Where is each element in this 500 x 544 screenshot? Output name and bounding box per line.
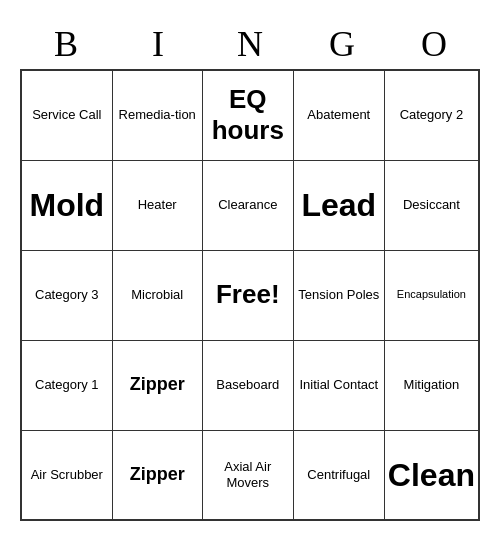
cell-2-4: Encapsulation xyxy=(384,250,479,340)
cell-4-0: Air Scrubber xyxy=(21,430,112,520)
cell-text-1-4: Desiccant xyxy=(388,197,475,213)
cell-text-2-2: Free! xyxy=(206,279,290,310)
cell-text-4-4: Clean xyxy=(388,456,475,494)
cell-2-2: Free! xyxy=(202,250,293,340)
bingo-header: BINGO xyxy=(20,23,480,65)
cell-text-3-0: Category 1 xyxy=(25,377,109,393)
header-letter-B: B xyxy=(20,23,112,65)
cell-text-4-0: Air Scrubber xyxy=(25,467,109,483)
header-letter-I: I xyxy=(112,23,204,65)
cell-3-4: Mitigation xyxy=(384,340,479,430)
cell-text-1-1: Heater xyxy=(116,197,199,213)
cell-text-4-1: Zipper xyxy=(116,464,199,486)
cell-0-2: EQ hours xyxy=(202,70,293,160)
cell-4-2: Axial Air Movers xyxy=(202,430,293,520)
grid-row-3: Category 1ZipperBaseboardInitial Contact… xyxy=(21,340,479,430)
grid-row-4: Air ScrubberZipperAxial Air MoversCentri… xyxy=(21,430,479,520)
cell-text-3-4: Mitigation xyxy=(388,377,475,393)
cell-text-1-2: Clearance xyxy=(206,197,290,213)
cell-0-3: Abatement xyxy=(293,70,384,160)
cell-text-3-3: Initial Contact xyxy=(297,377,381,393)
cell-text-2-4: Encapsulation xyxy=(388,288,475,301)
bingo-grid: Service CallRemedia-tionEQ hoursAbatemen… xyxy=(20,69,480,521)
cell-text-3-2: Baseboard xyxy=(206,377,290,393)
cell-1-0: Mold xyxy=(21,160,112,250)
cell-3-1: Zipper xyxy=(112,340,202,430)
cell-1-3: Lead xyxy=(293,160,384,250)
header-letter-G: G xyxy=(296,23,388,65)
cell-text-4-2: Axial Air Movers xyxy=(206,459,290,490)
cell-text-0-2: EQ hours xyxy=(206,84,290,146)
cell-2-1: Microbial xyxy=(112,250,202,340)
grid-row-2: Category 3MicrobialFree!Tension PolesEnc… xyxy=(21,250,479,340)
cell-text-2-0: Category 3 xyxy=(25,287,109,303)
cell-0-1: Remedia-tion xyxy=(112,70,202,160)
cell-3-3: Initial Contact xyxy=(293,340,384,430)
cell-0-4: Category 2 xyxy=(384,70,479,160)
cell-text-2-3: Tension Poles xyxy=(297,287,381,303)
bingo-card: BINGO Service CallRemedia-tionEQ hoursAb… xyxy=(20,23,480,521)
cell-text-3-1: Zipper xyxy=(116,374,199,396)
cell-4-4: Clean xyxy=(384,430,479,520)
cell-text-0-0: Service Call xyxy=(25,107,109,123)
cell-text-2-1: Microbial xyxy=(116,287,199,303)
cell-3-2: Baseboard xyxy=(202,340,293,430)
cell-text-1-0: Mold xyxy=(25,186,109,224)
cell-text-0-4: Category 2 xyxy=(388,107,475,123)
header-letter-O: O xyxy=(388,23,480,65)
cell-0-0: Service Call xyxy=(21,70,112,160)
cell-text-4-3: Centrifugal xyxy=(297,467,381,483)
cell-text-0-3: Abatement xyxy=(297,107,381,123)
cell-1-2: Clearance xyxy=(202,160,293,250)
cell-4-3: Centrifugal xyxy=(293,430,384,520)
cell-2-3: Tension Poles xyxy=(293,250,384,340)
cell-text-0-1: Remedia-tion xyxy=(116,107,199,123)
grid-row-1: MoldHeaterClearanceLeadDesiccant xyxy=(21,160,479,250)
cell-4-1: Zipper xyxy=(112,430,202,520)
grid-row-0: Service CallRemedia-tionEQ hoursAbatemen… xyxy=(21,70,479,160)
cell-3-0: Category 1 xyxy=(21,340,112,430)
cell-text-1-3: Lead xyxy=(297,186,381,224)
cell-1-4: Desiccant xyxy=(384,160,479,250)
cell-1-1: Heater xyxy=(112,160,202,250)
header-letter-N: N xyxy=(204,23,296,65)
cell-2-0: Category 3 xyxy=(21,250,112,340)
